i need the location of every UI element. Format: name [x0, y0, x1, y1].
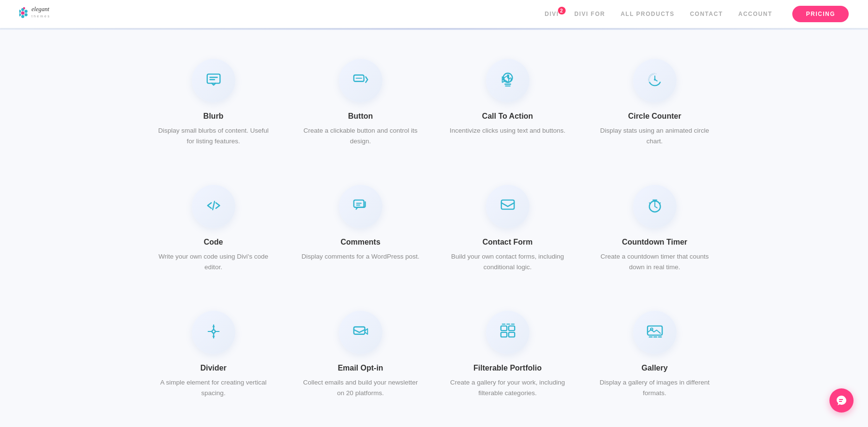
module-desc-circle-counter: Display stats using an animated circle c… — [596, 125, 714, 146]
comments-icon-wrap — [339, 185, 382, 228]
nav-item-contact[interactable]: CONTACT — [690, 11, 723, 17]
svg-point-6 — [21, 11, 25, 14]
gallery-icon — [646, 322, 664, 343]
cta-icon — [499, 70, 517, 91]
module-title-comments: Comments — [340, 238, 380, 247]
filterable-portfolio-icon — [499, 322, 517, 343]
logo[interactable]: elegant themes — [19, 4, 89, 24]
svg-point-4 — [19, 13, 21, 16]
svg-point-19 — [212, 330, 215, 333]
module-desc-blurb: Display small blurbs of content. Useful … — [154, 125, 272, 146]
module-card-call-to-action[interactable]: Call To Action Incentivize clicks using … — [439, 49, 576, 161]
cta-icon-wrap — [486, 59, 529, 102]
module-card-contact-form[interactable]: Contact Form Build your own contact form… — [439, 175, 576, 287]
module-desc-button: Create a clickable button and control it… — [301, 125, 420, 146]
module-desc-gallery: Display a gallery of images in different… — [596, 377, 714, 398]
blurb-icon — [204, 70, 223, 91]
module-desc-contact-form: Build your own contact forms, including … — [448, 251, 567, 272]
module-title-contact-form: Contact Form — [483, 238, 533, 247]
module-title-filterable-portfolio: Filterable Portfolio — [474, 364, 542, 372]
svg-text:themes: themes — [31, 14, 51, 18]
pricing-button[interactable]: PRICING — [792, 6, 849, 22]
svg-rect-21 — [501, 326, 506, 331]
circle-counter-icon — [646, 70, 664, 91]
code-icon-wrap — [192, 185, 235, 228]
module-desc-call-to-action: Incentivize clicks using text and button… — [449, 125, 565, 136]
main-content: Blurb Display small blurbs of content. U… — [0, 30, 868, 427]
email-icon — [352, 322, 370, 343]
svg-rect-24 — [508, 332, 514, 337]
module-card-divider[interactable]: Divider A simple element for creating ve… — [145, 301, 282, 413]
module-title-gallery: Gallery — [641, 364, 667, 372]
svg-point-3 — [21, 15, 24, 18]
module-card-blurb[interactable]: Blurb Display small blurbs of content. U… — [145, 49, 282, 161]
contact-form-icon-wrap — [486, 185, 529, 228]
svg-point-7 — [23, 7, 26, 10]
chat-bubble-button[interactable] — [829, 388, 854, 413]
module-card-circle-counter[interactable]: Circle Counter Display stats using an an… — [586, 49, 723, 161]
module-title-blurb: Blurb — [203, 112, 224, 121]
module-card-filterable-portfolio[interactable]: Filterable Portfolio Create a gallery fo… — [439, 301, 576, 413]
module-title-email-opt-in: Email Opt-in — [338, 364, 383, 372]
svg-point-15 — [654, 79, 656, 81]
module-desc-comments: Display comments for a WordPress post. — [301, 251, 419, 262]
module-desc-email-opt-in: Collect emails and build your newsletter… — [301, 377, 420, 398]
module-card-gallery[interactable]: Gallery Display a gallery of images in d… — [586, 301, 723, 413]
module-title-call-to-action: Call To Action — [482, 112, 533, 121]
blurb-icon-wrap — [192, 59, 235, 102]
module-title-button: Button — [348, 112, 373, 121]
countdown-icon-wrap — [633, 185, 677, 228]
svg-rect-16 — [353, 200, 364, 207]
nav-item-all-products[interactable]: ALL PRODUCTS — [621, 11, 675, 17]
svg-rect-17 — [501, 200, 514, 209]
divider-icon-wrap — [192, 311, 235, 354]
svg-rect-10 — [207, 74, 220, 83]
divi-badge: 2 — [558, 7, 566, 14]
comments-icon — [352, 196, 370, 217]
svg-point-26 — [650, 328, 652, 331]
svg-text:elegant: elegant — [31, 6, 50, 13]
filterable-portfolio-icon-wrap — [486, 311, 529, 354]
module-title-countdown-timer: Countdown Timer — [622, 238, 688, 247]
module-desc-countdown-timer: Create a countdown timer that counts dow… — [596, 251, 714, 272]
button-icon — [352, 70, 370, 91]
nav-item-divi[interactable]: DIVI 2 — [545, 11, 559, 17]
contact-form-icon — [499, 196, 517, 217]
code-icon — [204, 196, 223, 217]
gallery-icon-wrap — [633, 311, 677, 354]
svg-point-2 — [25, 13, 27, 16]
divider-icon — [204, 322, 223, 343]
module-card-comments[interactable]: Comments Display comments for a WordPres… — [292, 175, 429, 287]
module-title-divider: Divider — [200, 364, 226, 372]
countdown-icon — [646, 196, 664, 217]
navbar: elegant themes DIVI 2 DIVI FOR ALL PRODU… — [0, 0, 868, 28]
svg-point-5 — [19, 10, 21, 13]
module-title-code: Code — [204, 238, 223, 247]
email-icon-wrap — [339, 311, 382, 354]
module-card-button[interactable]: Button Create a clickable button and con… — [292, 49, 429, 161]
module-desc-code: Write your own code using Divi's code ed… — [154, 251, 272, 272]
module-card-code[interactable]: Code Write your own code using Divi's co… — [145, 175, 282, 287]
nav-item-divi-for[interactable]: DIVI FOR — [574, 11, 605, 17]
button-icon-wrap — [339, 59, 382, 102]
module-card-email-opt-in[interactable]: Email Opt-in Collect emails and build yo… — [292, 301, 429, 413]
module-title-circle-counter: Circle Counter — [628, 112, 681, 121]
module-card-countdown-timer[interactable]: Countdown Timer Create a countdown timer… — [586, 175, 723, 287]
svg-point-1 — [25, 10, 27, 13]
module-desc-divider: A simple element for creating vertical s… — [154, 377, 272, 398]
svg-rect-23 — [501, 332, 506, 337]
module-desc-filterable-portfolio: Create a gallery for your work, includin… — [448, 377, 567, 398]
svg-rect-22 — [508, 326, 514, 331]
modules-grid: Blurb Display small blurbs of content. U… — [145, 49, 723, 413]
circle-counter-icon-wrap — [633, 59, 677, 102]
nav-links: DIVI 2 DIVI FOR ALL PRODUCTS CONTACT ACC… — [545, 6, 849, 22]
nav-item-account[interactable]: ACCOUNT — [738, 11, 773, 17]
